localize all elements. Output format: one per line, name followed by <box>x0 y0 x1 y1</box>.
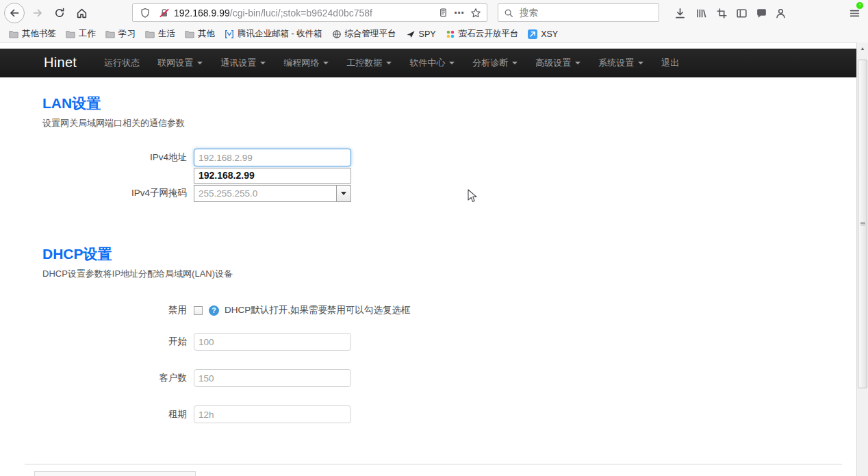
folder-icon <box>105 30 115 38</box>
folder-icon <box>185 30 194 38</box>
bookmark-xsy[interactable]: XSY <box>523 28 563 40</box>
lan-section-description: 设置网关局域网端口相关的通信参数 <box>42 117 185 129</box>
netmask-dropdown-button[interactable] <box>336 186 350 201</box>
netmask-value: 255.255.255.0 <box>194 186 350 201</box>
globe-icon <box>332 29 342 39</box>
bookmark-ezviz[interactable]: 萤石云开放平台 <box>441 27 524 41</box>
dhcp-disable-checkbox[interactable] <box>194 306 203 315</box>
nav-item-diagnostics[interactable]: 分析诊断 <box>463 57 526 69</box>
chevron-down-icon <box>197 62 203 64</box>
bookmark-star-icon[interactable] <box>468 5 484 21</box>
arrow-square-icon <box>528 29 537 39</box>
ipv4-autocomplete-suggestion[interactable]: 192.168.2.99 <box>194 168 351 184</box>
home-icon <box>76 8 88 19</box>
dropdown-arrow-icon <box>341 192 346 195</box>
bookmark-mgmt-platform[interactable]: 综合管理平台 <box>327 27 401 41</box>
nav-item-system[interactable]: 系统设置 <box>589 57 652 69</box>
chevron-down-icon <box>386 62 392 64</box>
site-logo[interactable]: Hinet <box>44 55 77 71</box>
dhcp-disable-hint: DHCP默认打开,如果需要禁用可以勾选复选框 <box>225 304 411 316</box>
downloads-icon[interactable] <box>672 5 688 21</box>
color-dots-icon <box>446 29 455 39</box>
ipv4-address-label: IPv4地址 <box>0 151 187 164</box>
url-path: /cgi-bin/luci/;stok=b9624d0bc758f <box>230 8 372 18</box>
dhcp-disable-row: 禁用 ? DHCP默认打开,如果需要禁用可以勾选复选框 <box>0 301 411 319</box>
update-badge-icon: ↑ <box>856 1 864 10</box>
netmask-row: IPv4子网掩码 255.255.255.0 <box>0 184 351 202</box>
tracking-shield-icon[interactable] <box>140 8 151 18</box>
folder-icon <box>145 30 155 38</box>
chevron-down-icon <box>449 62 455 64</box>
scrollbar-up-button[interactable]: ▲ <box>857 42 868 54</box>
url-text[interactable]: 192.168.9.99/cgi-bin/luci/;stok=b9624d0b… <box>174 8 435 18</box>
bookmark-folder-misc[interactable]: 其他 <box>180 27 220 41</box>
site-navbar: Hinet 运行状态 联网设置 通讯设置 编程网络 工控数据 软件中心 分析诊断… <box>0 49 856 77</box>
chevron-down-icon <box>575 62 580 64</box>
reader-mode-icon[interactable] <box>435 5 451 21</box>
dhcp-lease-input[interactable] <box>194 405 351 423</box>
dhcp-start-row: 开始 <box>0 333 351 351</box>
forward-arrow-icon <box>32 8 43 18</box>
screenshot-icon[interactable] <box>713 5 730 21</box>
browser-toolbar: 192.168.9.99/cgi-bin/luci/;stok=b9624d0b… <box>0 0 868 42</box>
nav-item-logout[interactable]: 退出 <box>652 57 688 69</box>
forward-button[interactable] <box>27 3 48 23</box>
nav-item-industrial-data[interactable]: 工控数据 <box>337 57 400 69</box>
insecure-lock-icon[interactable] <box>159 8 170 18</box>
page-actions-icon[interactable]: ⋯ <box>451 5 468 21</box>
search-input[interactable] <box>518 7 653 18</box>
chevron-down-icon <box>512 62 518 64</box>
scrollbar-thumb[interactable] <box>858 60 867 388</box>
reload-icon <box>54 8 65 18</box>
url-host: 192.168.9.99 <box>174 8 230 18</box>
nav-item-network[interactable]: 联网设置 <box>149 57 212 69</box>
scroll-up-arrow-icon: ▲ <box>860 46 865 51</box>
lan-section-title: LAN设置 <box>42 94 101 113</box>
help-icon: ? <box>209 305 219 316</box>
bookmark-folder-work[interactable]: 工作 <box>61 27 101 41</box>
toolbar-divider <box>0 42 868 43</box>
nav-item-status[interactable]: 运行状态 <box>95 57 149 69</box>
nav-item-advanced[interactable]: 高级设置 <box>526 57 589 69</box>
search-box[interactable] <box>498 3 659 22</box>
url-bar[interactable]: 192.168.9.99/cgi-bin/luci/;stok=b9624d0b… <box>132 3 487 22</box>
nav-item-software-center[interactable]: 软件中心 <box>400 57 463 69</box>
mouse-cursor <box>468 189 478 203</box>
folder-icon <box>66 30 75 38</box>
bookmark-spy[interactable]: SPY <box>401 28 441 40</box>
dhcp-lease-label: 租期 <box>0 408 187 421</box>
dhcp-start-input[interactable] <box>194 333 351 351</box>
bookmarks-bar: 其他书签 工作 学习 生活 其他 腾讯企业邮箱 - 收件箱 综合管理平台 SPY… <box>0 25 854 42</box>
netmask-combobox[interactable]: 255.255.255.0 <box>194 185 351 202</box>
bookmark-exmail[interactable]: 腾讯企业邮箱 - 收件箱 <box>220 27 327 41</box>
plane-icon <box>406 29 416 39</box>
dhcp-start-label: 开始 <box>0 336 187 348</box>
folder-icon <box>9 30 18 38</box>
dhcp-clients-row: 客户数 <box>0 369 351 387</box>
ipv4-address-row: IPv4地址 <box>0 149 351 166</box>
nav-item-programming[interactable]: 编程网络 <box>275 57 337 69</box>
bookmark-folder-study[interactable]: 学习 <box>101 27 140 41</box>
dhcp-disable-label: 禁用 <box>0 304 187 316</box>
clipped-bottom-panel <box>34 471 196 476</box>
exmail-icon <box>225 29 234 39</box>
reload-button[interactable] <box>49 3 70 23</box>
back-button[interactable] <box>4 3 25 23</box>
chevron-down-icon <box>638 62 643 64</box>
section-divider <box>25 464 842 465</box>
page-scrollbar[interactable]: ▲ <box>856 42 868 476</box>
sidebar-icon[interactable] <box>733 5 750 21</box>
dhcp-section-title: DHCP设置 <box>42 245 112 264</box>
nav-item-comm[interactable]: 通讯设置 <box>212 57 275 69</box>
chevron-down-icon <box>323 62 329 64</box>
home-button[interactable] <box>71 3 92 23</box>
ipv4-address-input[interactable] <box>194 149 351 166</box>
account-icon[interactable] <box>772 5 789 21</box>
library-icon[interactable] <box>693 5 709 21</box>
message-bubble-icon[interactable] <box>753 5 769 21</box>
netmask-label: IPv4子网掩码 <box>0 187 187 199</box>
bookmark-folder-other-bookmarks[interactable]: 其他书签 <box>4 27 61 41</box>
back-arrow-icon <box>9 8 20 18</box>
bookmark-folder-life[interactable]: 生活 <box>140 27 180 41</box>
dhcp-clients-input[interactable] <box>194 369 351 387</box>
